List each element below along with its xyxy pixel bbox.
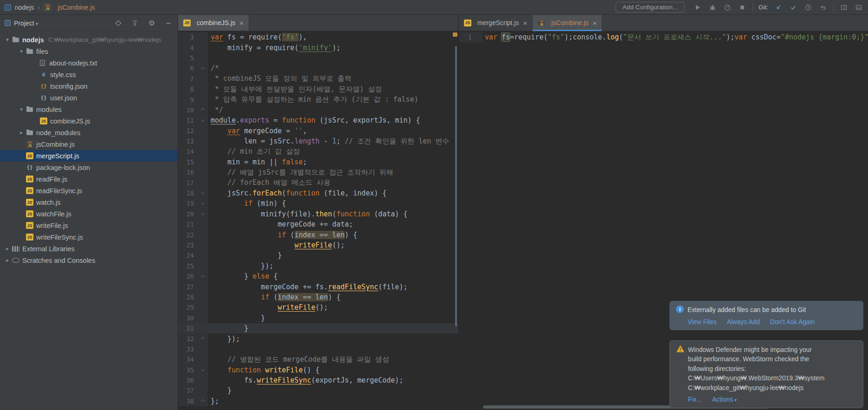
stop-button[interactable] [738, 3, 747, 12]
tree-item[interactable]: about-nodejs.txt [0, 57, 178, 69]
fold-icon[interactable] [201, 108, 205, 112]
git-commit-button[interactable] [789, 3, 798, 12]
tree-item[interactable]: combineJS.js [0, 115, 178, 127]
error-stripe-mark[interactable] [453, 33, 457, 37]
code-line[interactable]: 10 */ [178, 105, 458, 115]
fold-icon[interactable] [201, 399, 205, 403]
code-line[interactable]: 21 mergeCode += data; [178, 219, 458, 229]
fold-icon[interactable] [201, 274, 205, 278]
tree-item[interactable]: watchFile.js [0, 208, 178, 220]
fold-icon[interactable] [201, 337, 205, 340]
code-line[interactable]: 24 } [178, 250, 458, 260]
tree-item[interactable]: style.css [0, 69, 178, 80]
code-line[interactable]: 5 [178, 53, 458, 63]
hide-panel-button[interactable] [164, 19, 173, 28]
breadcrumb-project[interactable]: nodejs [15, 4, 34, 11]
code-line[interactable]: 38}; [178, 396, 458, 406]
hide-windows-button[interactable] [854, 3, 863, 12]
notification-action[interactable]: Don't Ask Again [770, 319, 815, 325]
code-line[interactable]: 6/* [178, 63, 458, 73]
tree-item[interactable]: modules [0, 104, 178, 115]
fold-icon[interactable] [201, 367, 205, 371]
git-update-button[interactable] [774, 3, 783, 12]
tree-item[interactable]: Scratches and Consoles [0, 254, 178, 266]
code-line[interactable]: 23 writeFile(); [178, 240, 458, 250]
collapse-all-button[interactable] [130, 19, 140, 28]
code-line[interactable]: 3var fs = require('fs'), [178, 32, 458, 42]
breadcrumb-file[interactable]: jsCombine.js [58, 4, 95, 11]
code-line[interactable]: 17 // forEach 배열 메소드 사용 [178, 177, 458, 188]
tab-jscombine[interactable]: jsCombine.js [533, 15, 602, 31]
tree-item[interactable]: user.json [0, 92, 178, 104]
code-line[interactable]: 9 * 압축 유무를 설정하는 min 옵션 추가 (기본 값 : false) [178, 94, 458, 104]
tree-item[interactable]: files [0, 46, 178, 57]
code-line[interactable]: 35 function writeFile() { [178, 365, 458, 375]
tree-item[interactable]: node_modules [0, 127, 178, 138]
profiler-button[interactable] [723, 3, 732, 12]
debug-button[interactable] [708, 3, 717, 12]
code-line[interactable]: 25 }); [178, 261, 458, 271]
code-line[interactable]: 29 writeFile(); [178, 302, 458, 312]
fold-icon[interactable] [201, 66, 205, 70]
tab-combinejs[interactable]: combineJS.js [178, 15, 249, 31]
code-line[interactable]: 30 } [178, 313, 458, 323]
tree-item[interactable]: readFile.js [0, 173, 178, 185]
project-view-selector[interactable]: Project [14, 20, 38, 27]
fold-icon[interactable] [201, 211, 205, 215]
tree-item[interactable]: writeFileSync.js [0, 231, 178, 243]
tree-item[interactable]: tsconfig.json [0, 80, 178, 92]
code-line[interactable]: 34 // 병합된 코드 mergeCode를 내용을 파일 생성 [178, 354, 458, 364]
fold-icon[interactable] [201, 190, 205, 194]
code-line[interactable]: 31 } [178, 323, 458, 333]
close-tab-icon[interactable] [523, 20, 527, 26]
code-line[interactable]: 19 if (min) { [178, 198, 458, 208]
code-line[interactable]: 33 [178, 344, 458, 354]
tree-arrow-icon[interactable] [3, 37, 12, 43]
code-line[interactable]: 28 if (index == len) { [178, 292, 458, 302]
notification-action[interactable]: View Files [688, 319, 717, 325]
code-line[interactable]: 15 min = min || false; [178, 157, 458, 167]
notification-action[interactable]: Always Add [727, 319, 760, 325]
vertical-scrollbar[interactable] [453, 31, 458, 410]
code-editor-left[interactable]: 3var fs = require('fs'),4 minify = requi… [178, 31, 458, 410]
code-line[interactable]: 16 // 배열 jsSrc를 개별적으로 접근 조작하기 위해 [178, 167, 458, 177]
locate-file-button[interactable] [114, 19, 123, 28]
code-line[interactable]: 11module.exports = function (jsSrc, expo… [178, 115, 458, 125]
code-line[interactable]: 22 if (index == len) { [178, 229, 458, 240]
code-line[interactable]: 8 * 모듈 내부에 전달받을 인자(배열, 문자열) 설정 [178, 84, 458, 94]
code-line[interactable]: 36 fs.writeFileSync(exportJs, mergeCode)… [178, 375, 458, 385]
code-line[interactable]: 12 var mergeCode = '', [178, 126, 458, 136]
tree-item[interactable]: writeFile.js [0, 220, 178, 231]
code-line[interactable]: 4 minify = require('minify'); [178, 42, 458, 52]
tree-arrow-icon[interactable] [17, 130, 26, 136]
tree-arrow-icon[interactable] [17, 48, 26, 54]
code-line[interactable]: 27 mergeCode += fs.readFileSync(file); [178, 281, 458, 292]
tree-root-item[interactable]: nodejs C:₩workplace_git₩hyungju-lee₩node… [0, 34, 178, 46]
close-tab-icon[interactable] [239, 20, 244, 26]
gear-icon[interactable] [147, 19, 156, 28]
tree-arrow-icon[interactable] [3, 257, 12, 263]
code-line[interactable]: 7 * combineJS 모듈 정의 및 외부로 출력 [178, 74, 458, 84]
code-line[interactable]: 18 jsSrc.forEach(function (file, index) … [178, 188, 458, 198]
code-line[interactable]: 37 } [178, 385, 458, 396]
scrollbar-thumb[interactable] [455, 46, 457, 326]
tree-item[interactable]: mergeScript.js [0, 150, 178, 162]
tree-item[interactable]: External Libraries [0, 243, 178, 254]
run-button[interactable] [693, 3, 702, 12]
tree-arrow-icon[interactable] [3, 246, 12, 252]
close-tab-icon[interactable] [592, 20, 597, 26]
history-button[interactable] [804, 3, 813, 12]
code-line[interactable]: 1var fs=require("fs");console.log("문서 쓰기… [459, 32, 868, 42]
rollback-button[interactable] [818, 3, 828, 12]
tree-item[interactable]: watch.js [0, 196, 178, 208]
fold-icon[interactable] [201, 118, 205, 122]
notification-action[interactable]: Actions [712, 396, 737, 403]
tree-item[interactable]: jsCombine.js [0, 138, 178, 150]
tree-item[interactable]: readFileSync.js [0, 185, 178, 196]
code-line[interactable]: 14 // min 초기 값 설정 [178, 146, 458, 156]
tree-arrow-icon[interactable] [17, 106, 26, 112]
code-line[interactable]: 13 len = jsSrc.length - 1; // 조건 확인을 위한 … [178, 136, 458, 146]
tree-item[interactable]: package-lock.json [0, 162, 178, 173]
tab-mergescript[interactable]: mergeScript.js [459, 15, 533, 31]
notification-action[interactable]: Fix... [688, 396, 702, 403]
